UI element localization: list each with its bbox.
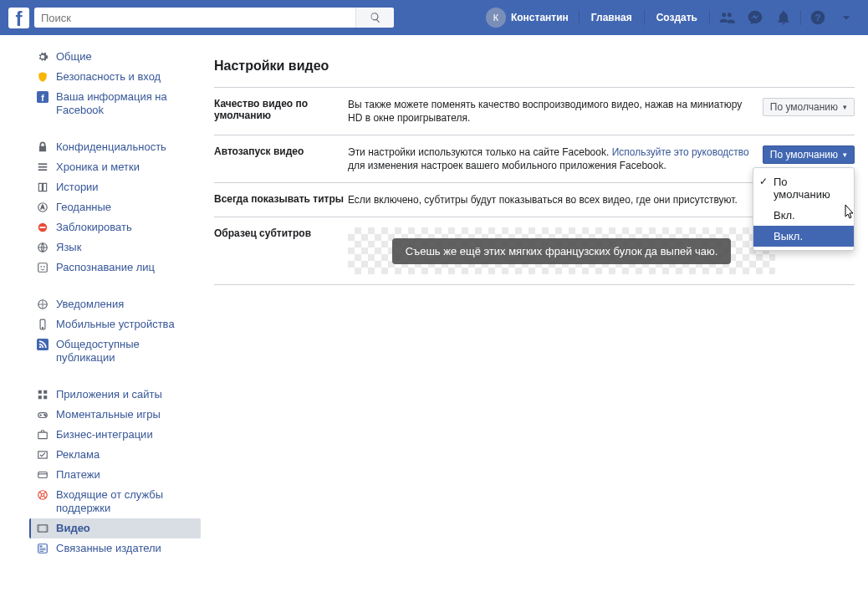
svg-rect-22 — [38, 395, 42, 399]
page-content: ОбщиеБезопасность и входfВаша информация… — [0, 35, 868, 575]
globe-icon — [36, 298, 49, 311]
separator — [709, 10, 710, 25]
block-icon — [36, 221, 49, 234]
setting-row-quality: Качество видео по умолчанию Вы также мож… — [214, 87, 855, 135]
sidebar-item-label: Приложения и сайты — [56, 388, 162, 401]
sidebar-item[interactable]: Уведомления — [29, 294, 201, 314]
sidebar-item-label: Безопасность и вход — [56, 70, 161, 84]
svg-rect-39 — [40, 551, 44, 552]
svg-rect-4 — [38, 163, 48, 165]
svg-rect-34 — [46, 525, 48, 532]
caret-down-icon: ▾ — [843, 103, 847, 111]
sidebar-item[interactable]: Видео — [29, 518, 201, 538]
sidebar-item[interactable]: Общие — [29, 47, 201, 67]
settings-sidebar: ОбщиеБезопасность и входfВаша информация… — [29, 43, 201, 575]
sidebar-item[interactable]: Связанные издатели — [29, 538, 201, 559]
svg-rect-38 — [40, 549, 46, 550]
card-icon — [36, 468, 49, 482]
sidebar-item-label: Истории — [56, 181, 99, 194]
nav-create[interactable]: Создать — [648, 7, 706, 28]
svg-point-19 — [39, 346, 41, 348]
setting-label: Качество видео по умолчанию — [214, 98, 348, 121]
sidebar-item[interactable]: Безопасность и вход — [29, 67, 201, 87]
book-icon — [36, 181, 49, 194]
sidebar-item[interactable]: Конфиденциальность — [29, 137, 201, 157]
sidebar-item-label: Мобильные устройства — [56, 318, 175, 331]
page-title: Настройки видео — [214, 59, 855, 74]
sidebar-item-label: Хроника и метки — [56, 161, 140, 174]
nav-home[interactable]: Главная — [583, 7, 641, 28]
sidebar-item[interactable]: AГеоданные — [29, 197, 201, 217]
autoplay-dropdown[interactable]: По умолчанию ▾ — [763, 145, 855, 164]
svg-rect-5 — [38, 166, 48, 168]
svg-rect-20 — [38, 390, 42, 394]
option-off[interactable]: Выкл. — [753, 226, 854, 247]
sidebar-item[interactable]: Бизнес-интеграции — [29, 425, 201, 445]
quality-dropdown[interactable]: По умолчанию ▾ — [763, 98, 855, 116]
sidebar-item[interactable]: Заблокировать — [29, 217, 201, 237]
sidebar-item[interactable]: Мобильные устройства — [29, 314, 201, 334]
setting-label: Автозапуск видео — [214, 145, 348, 157]
timeline-icon — [36, 161, 49, 174]
sidebar-item-label: Общие — [56, 50, 92, 64]
sidebar-item-label: Заблокировать — [56, 221, 132, 234]
svg-rect-23 — [43, 395, 47, 399]
sidebar-item[interactable]: fВаша информация на Facebook — [29, 87, 201, 120]
separator — [800, 10, 801, 25]
separator — [579, 10, 580, 25]
setting-label: Образец субтитров — [214, 227, 348, 239]
dropdown-caret-icon[interactable] — [836, 8, 856, 28]
svg-rect-12 — [38, 263, 48, 273]
svg-text:f: f — [41, 93, 44, 103]
mobile-icon — [36, 318, 49, 331]
messenger-icon[interactable] — [745, 8, 765, 28]
sidebar-item-label: Входящие от службы поддержки — [56, 488, 196, 515]
ad-icon — [36, 448, 49, 462]
search-bar — [34, 8, 394, 28]
notifications-icon[interactable] — [774, 8, 794, 28]
avatar: К — [486, 8, 506, 28]
sidebar-item[interactable]: Распознавание лиц — [29, 258, 201, 278]
game-icon — [36, 408, 49, 421]
profile-link[interactable]: К Константин — [479, 7, 575, 28]
search-input[interactable] — [34, 8, 355, 27]
separator — [644, 10, 645, 25]
sidebar-item[interactable]: Приложения и сайты — [29, 385, 201, 405]
gear-icon — [36, 50, 49, 64]
sidebar-item-label: Бизнес-интеграции — [56, 428, 153, 441]
sidebar-item[interactable]: Общедоступные публикации — [29, 334, 201, 368]
facebook-logo[interactable]: f — [8, 8, 29, 28]
setting-row-autoplay: Автозапуск видео Эти настройки использую… — [214, 135, 855, 182]
setting-desc: Эти настройки используются только на сай… — [348, 145, 753, 172]
guide-link[interactable]: Используйте это руководство — [612, 146, 749, 158]
svg-rect-6 — [38, 169, 48, 171]
search-button[interactable] — [355, 8, 394, 28]
checker-background: Съешь же ещё этих мягких французских бул… — [348, 227, 775, 274]
friends-icon[interactable] — [717, 8, 737, 28]
lock-icon — [36, 140, 49, 154]
sidebar-item-label: Видео — [56, 522, 90, 535]
sidebar-item-label: Язык — [56, 241, 81, 254]
sidebar-item[interactable]: Язык — [29, 237, 201, 258]
sidebar-item-label: Ваша информация на Facebook — [56, 90, 196, 117]
autoplay-dropdown-menu: По умолчанию Вкл. Выкл. — [753, 167, 855, 251]
apps-icon — [36, 388, 49, 401]
sidebar-item[interactable]: Моментальные игры — [29, 405, 201, 425]
svg-rect-36 — [40, 546, 43, 548]
sidebar-item[interactable]: Хроника и метки — [29, 157, 201, 177]
sidebar-item[interactable]: Реклама — [29, 445, 201, 465]
option-on[interactable]: Вкл. — [753, 205, 854, 226]
sidebar-item[interactable]: Входящие от службы поддержки — [29, 485, 201, 518]
sidebar-item[interactable]: Истории — [29, 177, 201, 197]
sidebar-item[interactable]: Платежи — [29, 465, 201, 485]
option-default[interactable]: По умолчанию — [753, 171, 854, 205]
header-right: К Константин Главная Создать ? — [479, 7, 860, 28]
sidebar-item-label: Общедоступные публикации — [56, 338, 196, 365]
svg-text:?: ? — [814, 12, 820, 23]
caret-down-icon: ▾ — [843, 150, 847, 159]
svg-text:A: A — [41, 204, 45, 210]
sidebar-item-label: Уведомления — [56, 298, 124, 311]
search-icon — [370, 12, 381, 23]
lang-icon — [36, 241, 49, 254]
help-icon[interactable]: ? — [808, 8, 828, 28]
